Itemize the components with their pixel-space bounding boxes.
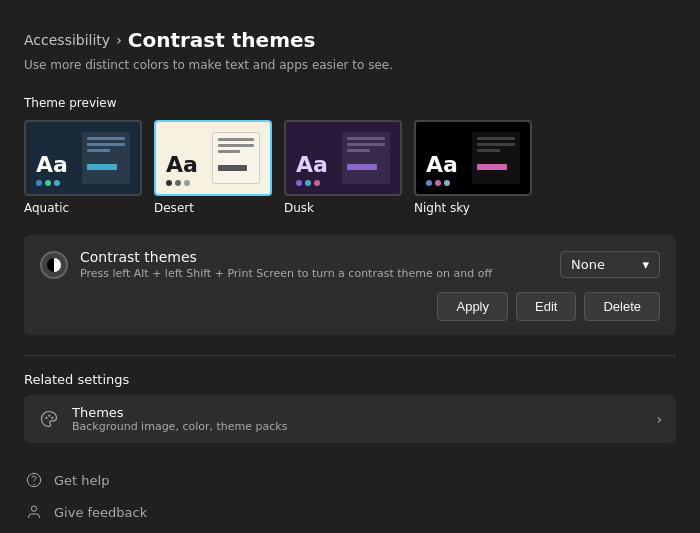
breadcrumb-separator: › (116, 32, 122, 48)
theme-desert-name: Desert (154, 201, 194, 215)
theme-aquatic-doc (82, 132, 130, 184)
theme-nightsky-dot-3 (444, 180, 450, 186)
chevron-down-icon: ▾ (642, 257, 649, 272)
theme-nightsky-aa: Aa (426, 154, 458, 176)
theme-aquatic-dots (36, 180, 68, 186)
related-item-themes-left: Themes Background image, color, theme pa… (38, 405, 287, 433)
theme-nightsky-dot-1 (426, 180, 432, 186)
breadcrumb: Accessibility › Contrast themes (24, 28, 676, 52)
get-help-icon (24, 470, 44, 490)
contrast-hint: Press left Alt + left Shift + Print Scre… (80, 267, 492, 280)
theme-preview-row: Aa Aquatic (24, 120, 676, 215)
theme-desert-line-2 (218, 144, 254, 147)
theme-desert-line-1 (218, 138, 254, 141)
theme-dusk-dot-1 (296, 180, 302, 186)
theme-nightsky-bar (477, 164, 507, 170)
give-feedback-label: Give feedback (54, 505, 147, 520)
contrast-left: Contrast themes Press left Alt + left Sh… (40, 249, 492, 280)
footer-link-help[interactable]: Get help (24, 467, 676, 493)
theme-dusk-dots (296, 180, 328, 186)
theme-card-desert[interactable]: Aa Desert (154, 120, 272, 215)
contrast-icon (40, 251, 68, 279)
theme-nightsky-dots (426, 180, 458, 186)
theme-dusk-dot-3 (314, 180, 320, 186)
svg-point-1 (48, 415, 50, 417)
theme-aquatic-name: Aquatic (24, 201, 69, 215)
contrast-top: Contrast themes Press left Alt + left Sh… (40, 249, 660, 280)
theme-desert-dot-1 (166, 180, 172, 186)
related-themes-title: Themes (72, 405, 287, 420)
contrast-text-block: Contrast themes Press left Alt + left Sh… (80, 249, 492, 280)
theme-dusk-bar (347, 164, 377, 170)
theme-aquatic-dot-2 (45, 180, 51, 186)
theme-nightsky-doc (472, 132, 520, 184)
theme-card-dusk[interactable]: Aa Dusk (284, 120, 402, 215)
edit-button[interactable]: Edit (516, 292, 576, 321)
svg-point-0 (45, 417, 47, 419)
theme-desert-bar (218, 165, 247, 171)
svg-point-5 (31, 506, 36, 511)
theme-aquatic-line-3 (87, 149, 110, 152)
theme-card-dusk-inner: Aa (284, 120, 402, 196)
contrast-title: Contrast themes (80, 249, 492, 265)
theme-card-nightsky[interactable]: Aa Night sky (414, 120, 532, 215)
contrast-section: Contrast themes Press left Alt + left Sh… (24, 235, 676, 335)
theme-desert-dots (166, 180, 198, 186)
related-item-themes[interactable]: Themes Background image, color, theme pa… (24, 395, 676, 443)
theme-nightsky-line-3 (477, 149, 500, 152)
contrast-buttons: Apply Edit Delete (40, 292, 660, 321)
chevron-right-icon: › (656, 411, 662, 427)
theme-card-aquatic-inner: Aa (24, 120, 142, 196)
theme-preview-label: Theme preview (24, 96, 676, 110)
theme-dusk-line-1 (347, 137, 385, 140)
theme-nightsky-line-1 (477, 137, 515, 140)
theme-nightsky-dot-2 (435, 180, 441, 186)
related-themes-text: Themes Background image, color, theme pa… (72, 405, 287, 433)
svg-point-2 (51, 417, 53, 419)
svg-point-4 (34, 484, 35, 485)
section-divider (24, 355, 676, 356)
delete-button[interactable]: Delete (584, 292, 660, 321)
theme-desert-doc (212, 132, 260, 184)
theme-card-nightsky-inner: Aa (414, 120, 532, 196)
themes-icon (38, 408, 60, 430)
theme-aquatic-dot-1 (36, 180, 42, 186)
theme-nightsky-name: Night sky (414, 201, 470, 215)
theme-aquatic-bar (87, 164, 117, 170)
theme-desert-aa: Aa (166, 154, 198, 176)
theme-dusk-name: Dusk (284, 201, 314, 215)
theme-desert-dot-3 (184, 180, 190, 186)
give-feedback-icon (24, 502, 44, 522)
theme-aquatic-line-2 (87, 143, 125, 146)
footer-links: Get help Give feedback (24, 463, 676, 525)
theme-dusk-doc (342, 132, 390, 184)
contrast-icon-inner (47, 258, 61, 272)
related-themes-subtitle: Background image, color, theme packs (72, 420, 287, 433)
theme-dusk-line-2 (347, 143, 385, 146)
theme-dusk-dot-2 (305, 180, 311, 186)
contrast-dropdown[interactable]: None ▾ (560, 251, 660, 278)
breadcrumb-current: Contrast themes (128, 28, 316, 52)
apply-button[interactable]: Apply (437, 292, 508, 321)
theme-dusk-aa: Aa (296, 154, 328, 176)
theme-aquatic-line-1 (87, 137, 125, 140)
get-help-label: Get help (54, 473, 109, 488)
theme-desert-line-3 (218, 150, 240, 153)
theme-dusk-line-3 (347, 149, 370, 152)
page-subtitle: Use more distinct colors to make text an… (24, 58, 676, 72)
breadcrumb-parent[interactable]: Accessibility (24, 32, 110, 48)
theme-desert-dot-2 (175, 180, 181, 186)
page-container: Accessibility › Contrast themes Use more… (0, 0, 700, 533)
theme-card-desert-inner: Aa (154, 120, 272, 196)
theme-card-aquatic[interactable]: Aa Aquatic (24, 120, 142, 215)
contrast-dropdown-value: None (571, 257, 605, 272)
related-settings-label: Related settings (24, 372, 676, 387)
theme-aquatic-dot-3 (54, 180, 60, 186)
theme-nightsky-line-2 (477, 143, 515, 146)
footer-link-feedback[interactable]: Give feedback (24, 499, 676, 525)
theme-aquatic-aa: Aa (36, 154, 68, 176)
